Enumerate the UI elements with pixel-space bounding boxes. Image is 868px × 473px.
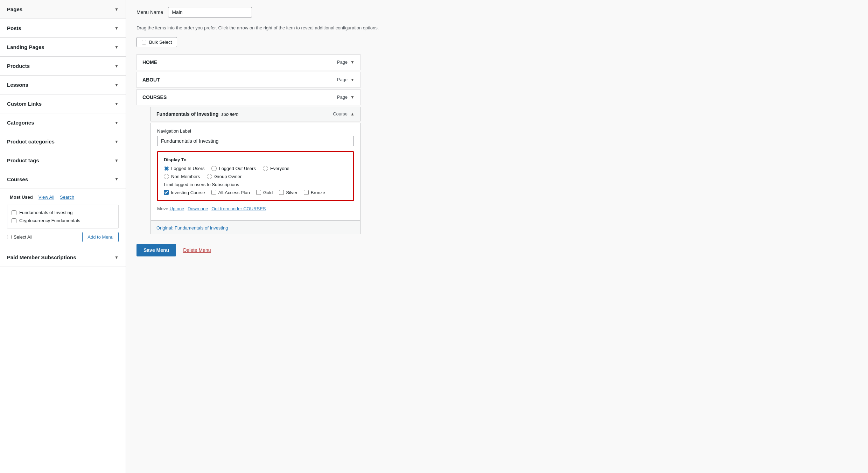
- chevron-up-icon: ▲: [350, 112, 355, 117]
- tab-view-all[interactable]: View All: [36, 193, 57, 201]
- accordion-products: Products ▼: [0, 57, 126, 76]
- display-to-radio-group-2: Non-Members Group Owner: [164, 174, 347, 179]
- radio-logged-out-users[interactable]: Logged Out Users: [211, 166, 256, 171]
- accordion-header-categories[interactable]: Categories ▼: [0, 113, 126, 132]
- menu-item-courses: COURSES Page ▼: [136, 89, 360, 105]
- menu-item-courses-type: Page ▼: [337, 94, 355, 100]
- select-all-label[interactable]: Select All: [7, 234, 32, 240]
- radio-logged-in-users[interactable]: Logged In Users: [164, 166, 204, 171]
- accordion-header-product-categories[interactable]: Product categories ▼: [0, 132, 126, 151]
- sub-item-fundamentals: Fundamentals of Investing sub item Cours…: [150, 107, 360, 121]
- move-out-from-under-link[interactable]: Out from under COURSES: [211, 206, 266, 211]
- accordion-landing-pages: Landing Pages ▼: [0, 38, 126, 57]
- main-content: Menu Name Drag the items into the order …: [126, 0, 868, 473]
- sub-item-expanded-panel: Navigation Label Display To Logged In Us…: [150, 123, 360, 221]
- next-sub-preview: Original: Fundamentals of Investing: [150, 221, 360, 234]
- chevron-down-icon: ▼: [114, 64, 119, 69]
- checkbox-investing-course[interactable]: Investing Course: [164, 190, 205, 195]
- course-checkbox-2[interactable]: [12, 218, 16, 223]
- add-to-menu-button[interactable]: Add to Menu: [82, 232, 119, 242]
- courses-footer: Select All Add to Menu: [7, 232, 119, 242]
- accordion-courses: Courses ▲ Most Used View All Search Fund…: [0, 170, 126, 248]
- radio-non-members[interactable]: Non-Members: [164, 174, 200, 179]
- accordion-paid-member-subscriptions: Paid Member Subscriptions ▼: [0, 248, 126, 267]
- accordion-label-courses: Courses: [7, 176, 28, 182]
- chevron-down-icon: ▼: [114, 83, 119, 87]
- accordion-header-lessons[interactable]: Lessons ▼: [0, 76, 126, 94]
- accordion-label-paid-member-subscriptions: Paid Member Subscriptions: [7, 254, 76, 260]
- accordion-label-posts: Posts: [7, 25, 21, 31]
- accordion-product-categories: Product categories ▼: [0, 132, 126, 151]
- tab-most-used[interactable]: Most Used: [7, 193, 36, 201]
- move-down-one-link[interactable]: Down one: [188, 206, 208, 211]
- subscriptions-label: Limit logged in users to Subscriptions: [164, 182, 347, 187]
- select-all-checkbox[interactable]: [7, 235, 12, 239]
- subscriptions-checkbox-group: Investing Course All-Access Plan Gold Si…: [164, 190, 347, 195]
- accordion-categories: Categories ▼: [0, 113, 126, 132]
- courses-tab-bar: Most Used View All Search: [7, 193, 119, 201]
- list-item[interactable]: Cryptocurrency Fundamentals: [12, 217, 114, 225]
- chevron-down-icon: ▼: [114, 7, 119, 12]
- menu-item-home-type: Page ▼: [337, 59, 355, 65]
- accordion-label-landing-pages: Landing Pages: [7, 44, 44, 50]
- accordion-header-landing-pages[interactable]: Landing Pages ▼: [0, 38, 126, 56]
- nav-label-input[interactable]: [157, 136, 354, 146]
- save-menu-button[interactable]: Save Menu: [136, 244, 176, 256]
- chevron-down-icon: ▼: [350, 60, 355, 65]
- display-to-box: Display To Logged In Users Logged Out Us…: [157, 151, 354, 201]
- accordion-label-categories: Categories: [7, 120, 34, 126]
- bottom-actions: Save Menu Delete Menu: [136, 244, 360, 256]
- chevron-down-icon: ▼: [114, 139, 119, 144]
- accordion-header-pages[interactable]: Pages ▼: [0, 0, 126, 19]
- nav-label-heading: Navigation Label: [157, 128, 354, 134]
- checkbox-all-access-plan[interactable]: All-Access Plan: [211, 190, 250, 195]
- chevron-down-icon: ▼: [350, 77, 355, 82]
- accordion-header-courses[interactable]: Courses ▲: [0, 170, 126, 189]
- course-label-2: Cryptocurrency Fundamentals: [19, 218, 80, 223]
- radio-group-owner[interactable]: Group Owner: [207, 174, 241, 179]
- accordion-posts: Posts ▼: [0, 19, 126, 38]
- sub-item-type: Course ▲: [333, 111, 355, 117]
- course-checkbox-1[interactable]: [12, 210, 16, 215]
- accordion-header-product-tags[interactable]: Product tags ▼: [0, 151, 126, 170]
- chevron-down-icon: ▼: [114, 101, 119, 106]
- bulk-select-checkbox[interactable]: [142, 40, 146, 44]
- move-up-one-link[interactable]: Up one: [169, 206, 184, 211]
- accordion-label-pages: Pages: [7, 6, 22, 12]
- courses-panel: Most Used View All Search Fundamentals o…: [0, 189, 126, 248]
- menu-name-row: Menu Name: [136, 7, 858, 17]
- menu-item-home-title: HOME: [142, 59, 157, 65]
- course-label-1: Fundamentals of Investing: [19, 210, 72, 215]
- accordion-header-paid-member-subscriptions[interactable]: Paid Member Subscriptions ▼: [0, 248, 126, 267]
- menu-item-about-type: Page ▼: [337, 77, 355, 82]
- accordion-header-posts[interactable]: Posts ▼: [0, 19, 126, 37]
- menu-name-label: Menu Name: [136, 9, 163, 15]
- accordion-pages: Pages ▼: [0, 0, 126, 19]
- courses-list: Fundamentals of Investing Cryptocurrency…: [7, 205, 119, 228]
- chevron-up-icon: ▲: [114, 177, 119, 182]
- bulk-select-button[interactable]: Bulk Select: [136, 37, 177, 47]
- chevron-down-icon: ▼: [114, 120, 119, 125]
- accordion-header-products[interactable]: Products ▼: [0, 57, 126, 75]
- checkbox-gold[interactable]: Gold: [256, 190, 273, 195]
- checkbox-bronze[interactable]: Bronze: [304, 190, 325, 195]
- delete-menu-button[interactable]: Delete Menu: [183, 247, 211, 253]
- menu-item-about-header[interactable]: ABOUT Page ▼: [137, 72, 360, 87]
- accordion-label-product-tags: Product tags: [7, 157, 39, 163]
- radio-everyone[interactable]: Everyone: [263, 166, 289, 171]
- accordion-product-tags: Product tags ▼: [0, 151, 126, 170]
- menu-name-input[interactable]: [168, 7, 252, 17]
- chevron-down-icon: ▼: [114, 158, 119, 163]
- menu-item-courses-header[interactable]: COURSES Page ▼: [137, 90, 360, 105]
- menu-item-home-header[interactable]: HOME Page ▼: [137, 55, 360, 70]
- display-to-title: Display To: [164, 157, 347, 162]
- tab-search[interactable]: Search: [57, 193, 77, 201]
- display-to-radio-group: Logged In Users Logged Out Users Everyon…: [164, 166, 347, 171]
- menu-items-list: HOME Page ▼ ABOUT Page ▼ COURSES: [136, 54, 360, 235]
- list-item[interactable]: Fundamentals of Investing: [12, 209, 114, 217]
- sub-item-fundamentals-header[interactable]: Fundamentals of Investing sub item Cours…: [151, 107, 360, 121]
- drag-hint: Drag the items into the order you prefer…: [136, 24, 858, 31]
- accordion-label-products: Products: [7, 63, 30, 69]
- checkbox-silver[interactable]: Silver: [279, 190, 298, 195]
- accordion-header-custom-links[interactable]: Custom Links ▼: [0, 94, 126, 113]
